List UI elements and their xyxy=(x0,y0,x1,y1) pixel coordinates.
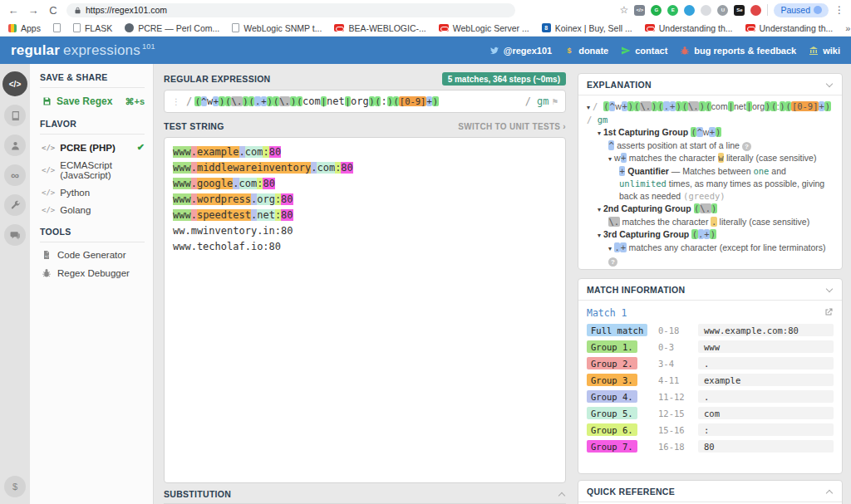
session-extension-icon[interactable]: Se xyxy=(734,5,745,16)
match-value: www.example.com:80 xyxy=(698,324,834,336)
reload-button[interactable]: C xyxy=(47,4,60,17)
match-1-label[interactable]: Match 1 xyxy=(587,307,627,319)
bookmark-item[interactable]: BEA-WEBLOGIC-... xyxy=(334,23,426,33)
url-text: https://regex101.com xyxy=(86,5,167,15)
back-button[interactable]: ← xyxy=(7,4,20,17)
expand-arrow-icon[interactable]: ▾ xyxy=(598,130,601,137)
browser-menu-icon[interactable]: ⋮ xyxy=(834,4,844,16)
regex-token: ) xyxy=(780,101,785,111)
match-group-highlight: www xyxy=(173,162,191,174)
export-matches-icon[interactable] xyxy=(824,306,834,321)
expand-arrow-icon[interactable]: ▾ xyxy=(608,155,612,163)
drag-handle-icon[interactable]: ⋮ xyxy=(172,97,180,106)
rail-dollar-icon[interactable]: $ xyxy=(4,476,26,497)
tool-item-debugger[interactable]: Regex Debugger xyxy=(40,268,145,278)
bookmark-item[interactable]: FLASK xyxy=(73,23,112,33)
help-icon[interactable]: ? xyxy=(608,257,617,267)
regex-token: | xyxy=(345,96,351,106)
flavor-item[interactable]: </>ECMAScript (JavaScript) xyxy=(40,160,145,180)
match-group-highlight: . xyxy=(191,178,197,189)
u-extension-icon[interactable]: U xyxy=(717,5,728,16)
regex-token: ) xyxy=(369,96,375,106)
rail-wrench-icon[interactable] xyxy=(4,194,26,216)
regex-token: ( xyxy=(194,96,200,106)
match-value: : xyxy=(698,423,834,436)
quick-reference-collapse-icon[interactable] xyxy=(826,489,833,496)
test-string-line: www.techolaf.io:80 xyxy=(173,239,557,255)
substitution-collapse-icon[interactable] xyxy=(558,492,565,498)
header-link-twitter[interactable]: @regex101 xyxy=(489,46,552,56)
test-string-input[interactable]: www.example.com:80www.middlewareinventor… xyxy=(164,137,566,483)
match-group-highlight: wordpress xyxy=(197,193,251,205)
regex-token: . xyxy=(663,101,669,111)
header-link-dollar[interactable]: $donate xyxy=(564,46,608,56)
match-info-row: Group 5.12-15com xyxy=(587,407,834,419)
rail-chat-icon[interactable] xyxy=(4,224,26,246)
dollar-icon: $ xyxy=(564,46,574,56)
switch-unit-tests-link[interactable]: SWITCH TO UNIT TESTS › xyxy=(458,122,566,131)
rail-code-icon[interactable]: </> xyxy=(2,71,27,96)
regex-token: ( xyxy=(681,101,687,111)
test-string-title: TEST STRING xyxy=(164,121,224,131)
regex-token: \. xyxy=(700,203,711,213)
expand-arrow-icon[interactable]: ▾ xyxy=(598,232,601,239)
rail-user-icon[interactable] xyxy=(4,135,26,156)
header-link-label: wiki xyxy=(823,46,840,56)
flavor-item[interactable]: </>Python xyxy=(40,188,145,198)
header-link-bank[interactable]: wiki xyxy=(809,46,840,56)
address-bar[interactable]: https://regex101.com xyxy=(66,3,515,17)
regex-delimiter: / xyxy=(593,101,603,111)
help-icon[interactable]: ? xyxy=(742,142,751,151)
match-info-collapse-icon[interactable] xyxy=(826,285,833,291)
flavor-label: PCRE (PHP) xyxy=(60,143,115,153)
match-group-label: Group 3. xyxy=(587,374,637,386)
expand-arrow-icon[interactable]: ▾ xyxy=(598,206,601,213)
sync-paused-pill[interactable]: Paused xyxy=(774,3,829,17)
match-value: com xyxy=(698,407,834,419)
tool-item-codegen[interactable]: </>Code Generator xyxy=(40,250,145,260)
oracle-icon xyxy=(645,24,655,32)
forward-button[interactable]: → xyxy=(27,4,40,17)
expand-arrow-icon[interactable]: ▾ xyxy=(608,245,612,252)
bookmark-item[interactable]: Understanding th... xyxy=(745,23,834,33)
bookmarks-overflow-icon[interactable]: » xyxy=(845,23,850,33)
bookmark-item[interactable] xyxy=(53,23,61,32)
flavor-item[interactable]: </>Golang xyxy=(40,205,145,215)
regex-token: | xyxy=(746,101,752,111)
bookmark-item[interactable]: WebLogic SNMP t... xyxy=(232,23,322,33)
disabled-extension-icon[interactable] xyxy=(701,5,711,16)
match-range: 0-3 xyxy=(658,342,698,352)
rail-book-icon[interactable] xyxy=(4,105,26,126)
regex-token: + xyxy=(670,101,676,111)
avatar-icon xyxy=(125,23,134,32)
match-group-highlight: . xyxy=(233,178,239,189)
match-group-highlight: com xyxy=(239,178,258,189)
explanation-collapse-icon[interactable] xyxy=(826,80,833,86)
bookmark-star-icon[interactable]: ☆ xyxy=(620,4,629,16)
regex-input[interactable]: ⋮ / (^w+)(\.)(.+)(\.)(com|net|org)(:)([0… xyxy=(164,90,566,113)
bookmark-item[interactable]: WebLogic Server ... xyxy=(439,23,529,33)
blue-extension-icon[interactable] xyxy=(684,5,695,16)
regex-flags[interactable]: gm xyxy=(537,95,548,107)
header-link-bug[interactable]: bug reports & feedback xyxy=(680,46,796,56)
rail-link-icon[interactable]: ∞ xyxy=(4,164,26,186)
bookmark-item[interactable]: Apps xyxy=(8,23,41,33)
regex-token: net xyxy=(327,95,345,107)
flavor-item[interactable]: </>PCRE (PHP)✔ xyxy=(40,142,145,153)
flags-flag-icon[interactable]: ⚑ xyxy=(552,96,558,107)
site-logo[interactable]: regularexpressions101 xyxy=(11,42,155,59)
explanation-line: ▾2nd Capturing Group (\.) xyxy=(587,203,834,216)
header-link-plane[interactable]: contact xyxy=(621,46,667,56)
grammarly-extension-icon[interactable]: G xyxy=(651,5,662,16)
evernote-extension-icon[interactable]: E xyxy=(667,5,678,16)
bookmark-item[interactable]: PCRE — Perl Com... xyxy=(125,23,219,33)
match-group-highlight: example xyxy=(197,146,239,158)
bookmark-item[interactable]: Understanding th... xyxy=(645,23,733,33)
regex-token: ) xyxy=(711,203,717,213)
code-extension-icon[interactable]: </> xyxy=(634,5,645,16)
bookmark-item[interactable]: 8Koinex | Buy, Sell ... xyxy=(542,23,632,33)
save-regex-button[interactable]: Save Regex ⌘+s xyxy=(40,95,145,107)
test-string-line: www.speedtest.net:80 xyxy=(173,208,557,223)
expand-arrow-icon[interactable]: ▾ xyxy=(587,104,590,111)
red-extension-icon[interactable] xyxy=(750,5,761,16)
